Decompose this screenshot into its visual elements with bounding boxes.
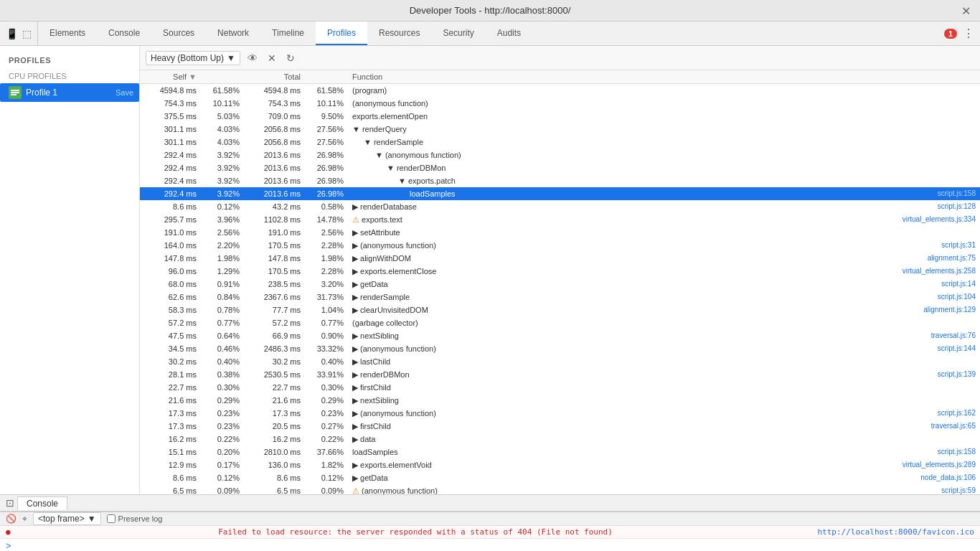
cell-total-pct: 26.98%: [305, 161, 348, 174]
cell-self: 147.8 ms: [140, 252, 201, 265]
cell-file: [872, 316, 980, 329]
cell-total-pct: 31.73%: [305, 291, 348, 303]
inspect-icon[interactable]: ⬚: [22, 28, 32, 39]
col-total[interactable]: Total: [244, 70, 305, 84]
table-row[interactable]: 96.0 ms1.29%170.5 ms2.28%▶ exports.eleme…: [140, 265, 980, 278]
col-function[interactable]: Function: [348, 70, 872, 84]
cell-file: script.js:144: [872, 342, 980, 355]
tab-resources[interactable]: Resources: [367, 22, 431, 45]
cell-self-pct: 0.12%: [201, 200, 244, 213]
table-row[interactable]: 22.7 ms0.30%22.7 ms0.30%▶ firstChild: [140, 381, 980, 394]
console-settings-icon[interactable]: ⊡: [6, 497, 14, 509]
refresh-icon[interactable]: ↻: [283, 51, 298, 65]
table-row[interactable]: 8.6 ms0.12%8.6 ms0.12%▶ getDatanode_data…: [140, 471, 980, 484]
cell-self: 17.3 ms: [140, 420, 201, 433]
cell-self: 191.0 ms: [140, 226, 201, 239]
svg-rect-0: [11, 90, 19, 91]
table-row[interactable]: 21.6 ms0.29%21.6 ms0.29%▶ nextSibling: [140, 394, 980, 407]
table-row[interactable]: 191.0 ms2.56%191.0 ms2.56%▶ setAttribute: [140, 226, 980, 239]
cell-total-pct: 26.98%: [305, 149, 348, 161]
profile-item[interactable]: Profile 1 Save: [0, 83, 139, 102]
cell-total-pct: 0.27%: [305, 420, 348, 433]
tab-security[interactable]: Security: [431, 22, 485, 45]
table-row[interactable]: 12.9 ms0.17%136.0 ms1.82%▶ exports.eleme…: [140, 458, 980, 471]
console-input-line[interactable]: >: [0, 539, 980, 551]
cell-function: ⚠ (anonymous function): [348, 484, 872, 494]
console-tab[interactable]: Console: [17, 496, 67, 510]
cell-function: ▶ renderSample: [348, 291, 872, 303]
cell-file: alignment.js:75: [872, 252, 980, 265]
table-row[interactable]: 58.3 ms0.78%77.7 ms1.04%▶ clearUnvisited…: [140, 303, 980, 316]
table-row[interactable]: 8.6 ms0.12%43.2 ms0.58%▶ renderDatabases…: [140, 200, 980, 213]
error-url[interactable]: http://localhost:8000/favicon.ico: [817, 527, 974, 537]
table-row[interactable]: 34.5 ms0.46%2486.3 ms33.32%▶ (anonymous …: [140, 342, 980, 355]
cell-function: ⚠ exports.text: [348, 213, 872, 226]
close-button[interactable]: ✕: [958, 4, 973, 17]
more-options-icon[interactable]: ⋮: [963, 27, 974, 40]
table-row[interactable]: 17.3 ms0.23%20.5 ms0.27%▶ firstChildtrav…: [140, 420, 980, 433]
cell-total-pct: 0.77%: [305, 316, 348, 329]
col-self[interactable]: Self ▼: [140, 70, 201, 84]
clear-icon[interactable]: ✕: [265, 51, 279, 65]
cell-file: [872, 110, 980, 123]
cell-total: 17.3 ms: [244, 407, 305, 420]
cell-total: 6.5 ms: [244, 484, 305, 494]
save-link[interactable]: Save: [116, 88, 133, 97]
profile-table-container[interactable]: Self ▼ Total Function 4594.8 ms61.58%459…: [140, 70, 980, 494]
cell-self: 34.5 ms: [140, 342, 201, 355]
table-row[interactable]: 292.4 ms3.92%2013.6 ms26.98%▼ renderDBMo…: [140, 161, 980, 174]
cell-total: 30.2 ms: [244, 355, 305, 368]
eye-icon[interactable]: 👁: [245, 51, 260, 65]
cell-total: 2013.6 ms: [244, 174, 305, 187]
cell-function: ▶ (anonymous function): [348, 342, 872, 355]
table-row[interactable]: 16.2 ms0.22%16.2 ms0.22%▶ data: [140, 433, 980, 446]
table-row[interactable]: 147.8 ms1.98%147.8 ms1.98%▶ alignWithDOM…: [140, 252, 980, 265]
tab-audits[interactable]: Audits: [486, 22, 532, 45]
mobile-icon[interactable]: 📱: [6, 28, 18, 39]
frame-selector[interactable]: <top frame> ▼: [33, 512, 101, 525]
table-row[interactable]: 57.2 ms0.77%57.2 ms0.77%(garbage collect…: [140, 316, 980, 329]
cell-file: [872, 97, 980, 110]
table-row[interactable]: 292.4 ms3.92%2013.6 ms26.98%loadSampless…: [140, 187, 980, 200]
cell-total: 754.3 ms: [244, 97, 305, 110]
cell-function: ▶ nextSibling: [348, 394, 872, 407]
cell-total: 2056.8 ms: [244, 136, 305, 149]
preserve-log-checkbox[interactable]: [107, 514, 116, 523]
table-row[interactable]: 15.1 ms0.20%2810.0 ms37.66%loadSamplessc…: [140, 446, 980, 458]
table-row[interactable]: 30.2 ms0.40%30.2 ms0.40%▶ lastChild: [140, 355, 980, 368]
table-row[interactable]: 301.1 ms4.03%2056.8 ms27.56%▼ renderQuer…: [140, 123, 980, 136]
view-selector[interactable]: Heavy (Bottom Up) ▼: [146, 51, 240, 65]
table-row[interactable]: 295.7 ms3.96%1102.8 ms14.78%⚠ exports.te…: [140, 213, 980, 226]
prompt-symbol: >: [6, 540, 11, 551]
table-row[interactable]: 301.1 ms4.03%2056.8 ms27.56%▼ renderSamp…: [140, 136, 980, 149]
table-row[interactable]: 28.1 ms0.38%2530.5 ms33.91%▶ renderDBMon…: [140, 368, 980, 381]
cell-self: 58.3 ms: [140, 303, 201, 316]
table-row[interactable]: 47.5 ms0.64%66.9 ms0.90%▶ nextSiblingtra…: [140, 329, 980, 342]
console-area: 🚫 ⌖ <top frame> ▼ Preserve log ● Failed …: [0, 512, 980, 551]
tab-elements[interactable]: Elements: [38, 22, 97, 45]
table-row[interactable]: 164.0 ms2.20%170.5 ms2.28%▶ (anonymous f…: [140, 239, 980, 252]
cell-self-pct: 3.92%: [201, 161, 244, 174]
tab-sources[interactable]: Sources: [151, 22, 206, 45]
table-row[interactable]: 62.6 ms0.84%2367.6 ms31.73%▶ renderSampl…: [140, 291, 980, 303]
table-row[interactable]: 754.3 ms10.11%754.3 ms10.11%(anonymous f…: [140, 97, 980, 110]
cell-file: traversal.js:76: [872, 329, 980, 342]
console-filter-icon[interactable]: ⌖: [22, 514, 27, 524]
tab-timeline[interactable]: Timeline: [260, 22, 316, 45]
table-row[interactable]: 17.3 ms0.23%17.3 ms0.23%▶ (anonymous fun…: [140, 407, 980, 420]
cell-total-pct: 10.11%: [305, 97, 348, 110]
preserve-log-label[interactable]: Preserve log: [107, 514, 163, 523]
tab-profiles[interactable]: Profiles: [316, 22, 367, 45]
table-row[interactable]: 292.4 ms3.92%2013.6 ms26.98%▼ exports.pa…: [140, 174, 980, 187]
tab-network[interactable]: Network: [206, 22, 260, 45]
cell-function: ▶ nextSibling: [348, 329, 872, 342]
cell-self: 292.4 ms: [140, 161, 201, 174]
tab-console[interactable]: Console: [97, 22, 151, 45]
console-clear-icon[interactable]: 🚫: [6, 514, 17, 524]
table-row[interactable]: 6.5 ms0.09%6.5 ms0.09%⚠ (anonymous funct…: [140, 484, 980, 494]
table-row[interactable]: 292.4 ms3.92%2013.6 ms26.98%▼ (anonymous…: [140, 149, 980, 161]
table-row[interactable]: 375.5 ms5.03%709.0 ms9.50%exports.elemen…: [140, 110, 980, 123]
cell-self-pct: 0.17%: [201, 458, 244, 471]
table-row[interactable]: 68.0 ms0.91%238.5 ms3.20%▶ getDatascript…: [140, 278, 980, 291]
table-row[interactable]: 4594.8 ms61.58%4594.8 ms61.58%(program): [140, 84, 980, 98]
